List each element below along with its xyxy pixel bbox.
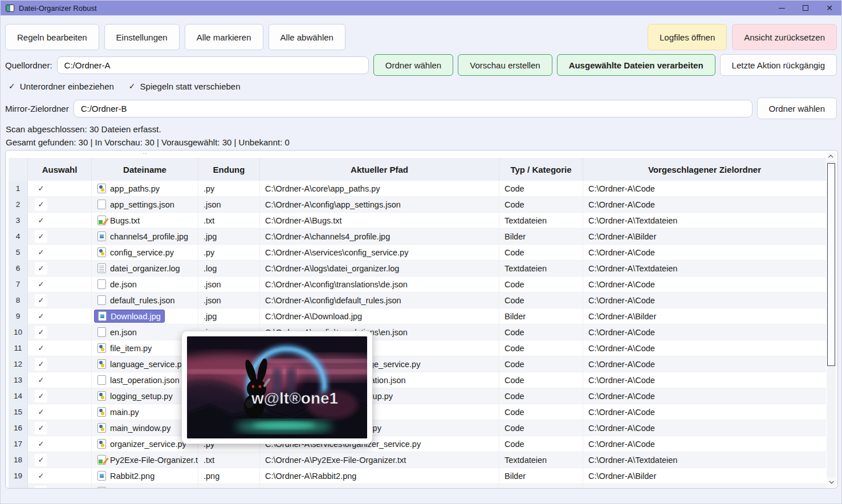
filename[interactable]: file_item.py [94,342,155,354]
table-row[interactable]: 3✓Bugs.txt.txtC:\Ordner-A\Bugs.txtTextda… [9,213,826,229]
row-checkbox[interactable]: ✓ [35,182,47,195]
choose-source-folder-button[interactable]: Ordner wählen [373,54,453,76]
vertical-scrollbar[interactable] [827,152,836,486]
cell-auswahl[interactable]: ✓ [28,181,92,197]
table-row[interactable]: 7✓de.json.jsonC:\Ordner-A\config\transla… [9,277,826,292]
filename[interactable]: last_operation.json [94,374,183,386]
table-row[interactable]: 19✓Rabbit2.png.pngC:\Ordner-A\Rabbit2.pn… [9,468,826,484]
filename[interactable]: Bugs.txt [94,214,143,226]
row-checkbox[interactable]: ✓ [35,342,47,355]
maximize-button[interactable] [794,1,817,15]
table-row[interactable]: 8✓default_rules.json.jsonC:\Ordner-A\con… [9,292,826,308]
cell-auswahl[interactable] [28,484,92,488]
reset-view-button[interactable]: Ansicht zurücksetzen [732,24,837,50]
filename[interactable]: main_window.py [94,422,174,434]
filename[interactable]: datei_organizer.log [94,262,184,274]
table-row[interactable] [9,484,826,488]
cell-auswahl[interactable]: ✓ [28,356,92,372]
cell-dateiname[interactable]: Download.jpg [92,308,198,324]
cell-auswahl[interactable]: ✓ [28,292,92,308]
cell-auswahl[interactable]: ✓ [28,308,92,324]
row-checkbox[interactable]: ✓ [35,390,47,403]
filename[interactable]: Py2Exe-File-Organizer.txt [94,454,198,466]
filename[interactable]: app_settings.json [94,198,178,210]
table-row[interactable]: 17✓organizer_service.py.pyC:\Ordner-A\se… [9,436,826,452]
cell-dateiname[interactable]: datei_organizer.log [92,261,198,277]
table-row[interactable]: 9✓Download.jpg.jpgC:\Ordner-A\Download.j… [9,308,826,324]
table-row[interactable]: 10✓en.json.jsonC:\Ordner-A\config\transl… [9,324,826,340]
cell-auswahl[interactable]: ✓ [28,436,92,452]
cell-auswahl[interactable]: ✓ [28,372,92,388]
create-preview-button[interactable]: Vorschau erstellen [458,54,552,76]
filename[interactable]: language_service.py [94,358,189,370]
cell-auswahl[interactable]: ✓ [28,452,92,468]
row-checkbox[interactable]: ✓ [35,294,47,307]
cell-auswahl[interactable]: ✓ [28,388,92,404]
filename[interactable]: organizer_service.py [94,438,190,450]
open-logfiles-button[interactable]: Logfiles öffnen [648,24,727,50]
cell-auswahl[interactable]: ✓ [28,261,92,277]
mirror-instead-move-checkbox[interactable]: ✓ Spiegeln statt verschieben [129,82,241,91]
header-pfad[interactable]: Aktueller Pfad [260,158,499,181]
row-checkbox[interactable]: ✓ [35,454,47,466]
row-checkbox[interactable] [35,486,47,489]
table-row[interactable]: 11✓file_item.py.pyC:\Ordner-A\core\file_… [9,340,826,356]
cell-dateiname[interactable]: de.json [92,277,198,292]
cell-auswahl[interactable]: ✓ [28,213,92,229]
header-typ[interactable]: Typ / Kategorie [499,158,583,181]
selected-filename[interactable]: Download.jpg [94,310,165,323]
row-checkbox[interactable]: ✓ [35,470,47,482]
settings-button[interactable]: Einstellungen [104,24,180,50]
table-row[interactable]: 13✓last_operation.json.jsonC:\Ordner-A\c… [9,372,826,388]
filename[interactable] [94,486,113,488]
row-checkbox[interactable]: ✓ [35,230,47,243]
header-ziel[interactable]: Vorgeschlagener Zielordner [583,158,826,181]
cell-dateiname[interactable]: app_settings.json [92,197,198,213]
row-checkbox[interactable]: ✓ [35,358,47,371]
source-folder-input[interactable] [57,56,369,74]
table-row[interactable]: 12✓language_service.py.pyC:\Ordner-A\ser… [9,356,826,372]
filename[interactable]: en.json [94,326,140,338]
table-row[interactable]: 14✓logging_setup.py.pyC:\Ordner-A\core\l… [9,388,826,404]
cell-dateiname[interactable]: Bugs.txt [92,213,198,229]
header-dateiname[interactable]: ^ Dateiname [92,158,198,181]
cell-dateiname[interactable]: config_service.py [92,245,198,261]
table-row[interactable]: 1✓app_paths.py.pyC:\Ordner-A\core\app_pa… [9,181,826,197]
cell-auswahl[interactable]: ✓ [28,468,92,484]
table-row[interactable]: 15✓main.py.pyC:\Ordner-A\main.pyCodeC:\O… [9,404,826,420]
table-row[interactable]: 5✓config_service.py.pyC:\Ordner-A\servic… [9,245,826,261]
filename[interactable]: config_service.py [94,246,177,258]
filename[interactable]: Rabbit2.png [94,470,158,482]
row-checkbox[interactable]: ✓ [35,246,47,259]
table-row[interactable]: 16✓main_window.py.pyC:\Ordner-A\ui\main_… [9,420,826,436]
close-button[interactable]: ✕ [817,1,841,15]
header-auswahl[interactable]: Auswahl [28,158,92,181]
row-checkbox[interactable]: ✓ [35,278,47,291]
filename[interactable]: logging_setup.py [94,390,176,402]
row-checkbox[interactable]: ✓ [35,214,47,227]
select-all-button[interactable]: Alle markieren [185,24,263,50]
cell-auswahl[interactable]: ✓ [28,277,92,292]
filename[interactable]: app_paths.py [94,182,163,194]
cell-dateiname[interactable]: Rabbit2.png [92,468,198,484]
cell-auswahl[interactable]: ✓ [28,197,92,213]
filename[interactable]: channels4_profile.jpg [94,230,192,242]
cell-auswahl[interactable]: ✓ [28,340,92,356]
cell-dateiname[interactable]: Py2Exe-File-Organizer.txt [92,452,198,468]
cell-dateiname[interactable] [92,484,198,488]
cell-auswahl[interactable]: ✓ [28,229,92,245]
scroll-down-button[interactable] [827,477,836,486]
cell-auswahl[interactable]: ✓ [28,324,92,340]
choose-mirror-folder-button[interactable]: Ordner wählen [757,97,837,119]
cell-dateiname[interactable]: app_paths.py [92,181,198,197]
cell-auswahl[interactable]: ✓ [28,404,92,420]
table-row[interactable]: 18✓Py2Exe-File-Organizer.txt.txtC:\Ordne… [9,452,826,468]
scrollbar-thumb[interactable] [827,163,835,366]
deselect-all-button[interactable]: Alle abwählen [269,24,345,50]
row-checkbox[interactable]: ✓ [35,406,47,418]
undo-last-action-button[interactable]: Letzte Aktion rückgängig [720,54,837,76]
row-checkbox[interactable]: ✓ [35,438,47,450]
row-checkbox[interactable]: ✓ [35,422,47,434]
edit-rules-button[interactable]: Regeln bearbeiten [5,24,99,50]
minimize-button[interactable] [770,1,794,15]
